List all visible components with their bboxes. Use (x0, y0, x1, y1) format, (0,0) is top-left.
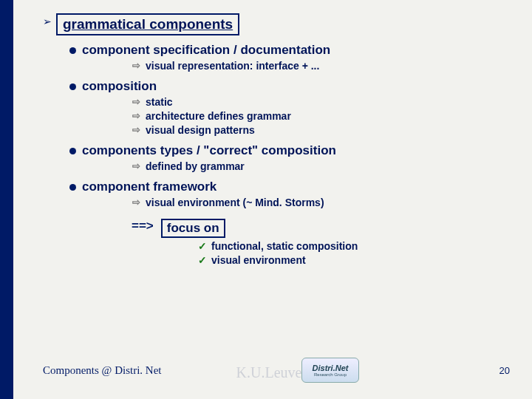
triangle-bullet-icon: ➢ (43, 13, 52, 30)
item-2: composition (69, 79, 517, 94)
check-icon: ✓ (198, 254, 207, 266)
item-3-label: components types / "correct" composition (82, 143, 336, 158)
eq-arrow: ==> (132, 219, 154, 233)
heading-text: grammatical components (63, 16, 233, 32)
item-3-sub-1: ⇨ defined by grammar (132, 160, 517, 172)
heading-row: ➢ grammatical components (43, 13, 517, 40)
item-4-label: component framework (82, 180, 216, 194)
item-2-sub-1: ⇨ static (132, 96, 517, 108)
round-bullet-icon (69, 184, 76, 191)
arrow-icon: ⇨ (132, 96, 141, 107)
arrow-icon: ⇨ (132, 60, 141, 71)
item-4: component framework (69, 180, 517, 194)
arrow-icon: ⇨ (132, 197, 141, 208)
item-1-sub-1-text: visual representation: interface + ... (146, 60, 319, 72)
item-1-sub-1: ⇨ visual representation: interface + ... (132, 60, 517, 72)
check-icon: ✓ (198, 240, 207, 252)
logo-name: Distri.Net (313, 364, 349, 372)
footer: Components @ Distri. Net Distri.Net Rese… (43, 358, 510, 383)
arrow-icon: ⇨ (132, 110, 141, 121)
item-2-sub-2: ⇨ architecture defines grammar (132, 110, 517, 122)
item-2-sub-3: ⇨ visual design patterns (132, 124, 517, 136)
focus-sub-2: ✓ visual environment (198, 254, 517, 266)
slide: ➢ grammatical components component speci… (0, 0, 532, 399)
logo: Distri.Net Research Group (301, 358, 359, 383)
focus-box: focus on (161, 219, 225, 238)
round-bullet-icon (69, 83, 76, 90)
focus-label: focus on (167, 221, 219, 235)
footer-left: Components @ Distri. Net (43, 364, 161, 377)
focus-row: ==> focus on (132, 219, 517, 238)
item-4-sub-1: ⇨ visual environment (~ Mind. Storms) (132, 197, 517, 208)
item-2-label: composition (82, 79, 157, 94)
item-1: component specification / documentation (69, 43, 517, 58)
page-number: 20 (499, 365, 510, 376)
logo-sub: Research Group (314, 372, 347, 377)
round-bullet-icon (69, 47, 76, 54)
arrow-icon: ⇨ (132, 124, 141, 135)
round-bullet-icon (69, 148, 76, 154)
item-1-label: component specification / documentation (82, 43, 330, 58)
arrow-icon: ⇨ (132, 160, 141, 171)
focus-sub-1: ✓ functional, static composition (198, 240, 517, 252)
heading-box: grammatical components (56, 13, 239, 35)
item-3: components types / "correct" composition (69, 143, 517, 158)
